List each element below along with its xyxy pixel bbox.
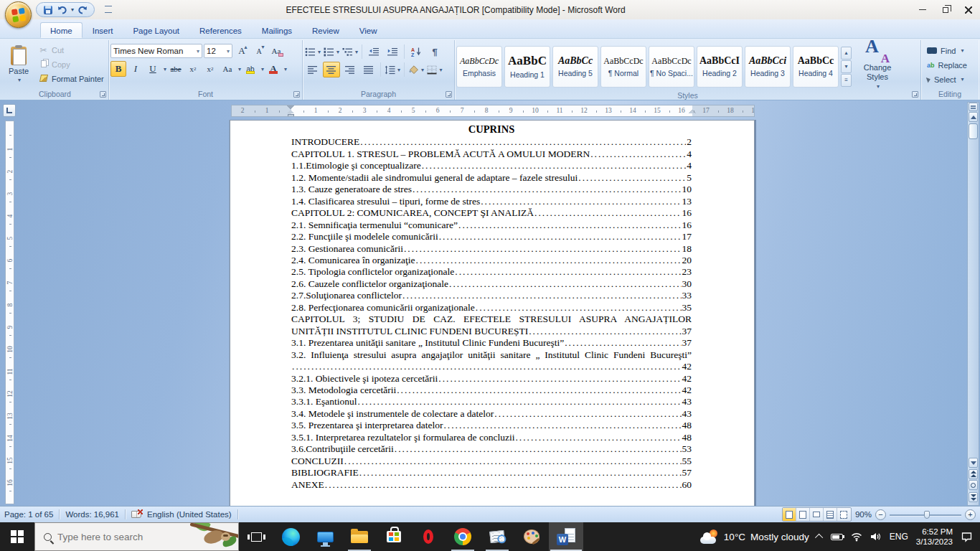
taskbar-app-store[interactable] xyxy=(377,522,411,551)
scroll-up-button[interactable] xyxy=(969,112,978,122)
replace-button[interactable]: abReplace xyxy=(925,59,974,72)
taskbar-app-opera[interactable] xyxy=(411,522,446,551)
style-heading-2[interactable]: AaBbCcIHeading 2 xyxy=(697,46,743,88)
close-button[interactable] xyxy=(957,0,980,19)
sort-button[interactable]: AZ xyxy=(407,44,425,60)
numbering-button[interactable]: ▾ xyxy=(323,44,340,60)
tab-mailings[interactable]: Mailings xyxy=(252,22,302,38)
customize-qat-button[interactable] xyxy=(105,6,112,13)
show-hide-formatting-button[interactable]: ¶ xyxy=(426,44,443,60)
find-button[interactable]: Find▾ xyxy=(925,44,974,57)
decrease-indent-button[interactable] xyxy=(365,44,382,60)
align-right-button[interactable] xyxy=(341,62,359,77)
language-indicator[interactable]: English (United States) xyxy=(147,510,232,519)
styles-scroll-up-button[interactable]: ▴ xyxy=(841,47,852,60)
select-button[interactable]: Select▾ xyxy=(925,73,974,86)
search-input[interactable] xyxy=(52,532,166,542)
align-center-button[interactable] xyxy=(323,62,340,77)
taskbar-search[interactable] xyxy=(34,522,239,551)
right-indent-marker[interactable] xyxy=(689,110,696,113)
style-no-spaci[interactable]: AaBbCcDc¶ No Spaci... xyxy=(649,46,694,88)
web-layout-view-button[interactable] xyxy=(810,508,824,521)
underline-button[interactable]: U xyxy=(145,61,161,77)
borders-button[interactable]: ▾ xyxy=(426,62,443,77)
styles-scroll-down-button[interactable]: ▾ xyxy=(841,60,852,73)
format-painter-button[interactable]: Format Painter xyxy=(36,72,106,85)
shrink-font-button[interactable]: A▼ xyxy=(251,43,267,59)
tab-review[interactable]: Review xyxy=(302,22,349,38)
justify-button[interactable] xyxy=(360,62,377,77)
tab-view[interactable]: View xyxy=(349,22,387,38)
next-page-button[interactable] xyxy=(969,492,978,502)
clear-formatting-button[interactable]: Aa xyxy=(268,43,284,59)
underline-dropdown-icon[interactable]: ▾ xyxy=(164,66,166,72)
line-spacing-button[interactable]: ▾ xyxy=(384,62,401,77)
font-color-button[interactable]: A xyxy=(265,61,281,77)
action-center-button[interactable] xyxy=(961,532,973,542)
styles-gallery-more-button[interactable]: ≡ xyxy=(841,74,852,87)
outline-view-button[interactable] xyxy=(824,508,837,521)
subscript-button[interactable]: x2 xyxy=(185,61,201,77)
highlight-dropdown-icon[interactable]: ▾ xyxy=(261,66,264,72)
font-family-combo[interactable]: Times New Roman▾ xyxy=(110,44,202,58)
draft-view-button[interactable] xyxy=(837,508,851,521)
taskbar-app-news[interactable] xyxy=(480,522,514,551)
copy-button[interactable]: Copy xyxy=(36,57,106,71)
office-button[interactable] xyxy=(5,1,32,28)
change-case-dropdown-icon[interactable]: ▾ xyxy=(238,66,241,72)
zoom-in-button[interactable]: + xyxy=(965,509,976,520)
tab-home[interactable]: Home xyxy=(40,22,83,38)
zoom-slider-thumb[interactable] xyxy=(924,511,930,519)
document-page[interactable]: CUPRINS INTRODUCERE2CAPITOLUL 1. STRESUL… xyxy=(230,120,755,506)
align-left-button[interactable] xyxy=(304,62,321,77)
print-layout-view-button[interactable] xyxy=(783,508,796,521)
zoom-slider[interactable] xyxy=(890,509,961,520)
vertical-ruler[interactable]: 12345678910111213141516 xyxy=(5,121,14,504)
zoom-out-button[interactable]: − xyxy=(875,509,886,520)
font-size-combo[interactable]: 12▾ xyxy=(204,44,232,58)
weather-widget[interactable]: 10°C Mostly cloudy xyxy=(700,529,809,544)
hanging-indent-marker[interactable] xyxy=(287,110,294,113)
volume-icon[interactable] xyxy=(870,532,882,541)
paragraph-dialog-launcher[interactable] xyxy=(446,91,452,98)
tab-stop-selector[interactable] xyxy=(3,104,16,117)
page-indicator[interactable]: Page: 1 of 65 xyxy=(4,510,53,519)
save-button[interactable] xyxy=(42,4,54,16)
show-hidden-icons-button[interactable] xyxy=(815,534,823,542)
first-line-indent-marker[interactable] xyxy=(287,105,294,109)
vertical-scrollbar[interactable] xyxy=(967,102,979,506)
word-count[interactable]: Words: 16,961 xyxy=(65,510,119,519)
search-highlight-image[interactable] xyxy=(192,523,238,550)
horizontal-ruler[interactable]: 2112345678910111213141516171819 xyxy=(231,105,755,117)
cut-button[interactable]: ✂Cut xyxy=(36,43,106,57)
proofing-status-icon[interactable] xyxy=(131,511,141,518)
taskbar-app-word[interactable]: W xyxy=(549,522,583,551)
multilevel-list-button[interactable]: ▾ xyxy=(341,44,359,60)
taskbar-app-chrome[interactable] xyxy=(446,522,480,551)
wifi-icon[interactable] xyxy=(851,532,862,542)
zoom-level[interactable]: 90% xyxy=(855,510,872,519)
style-heading-1[interactable]: AaBbCHeading 1 xyxy=(504,46,550,88)
italic-button[interactable]: I xyxy=(128,61,143,77)
clipboard-dialog-launcher[interactable] xyxy=(100,91,106,98)
superscript-button[interactable]: x2 xyxy=(202,61,218,77)
input-language[interactable]: ENG xyxy=(890,532,908,542)
style-heading-3[interactable]: AaBbCciHeading 3 xyxy=(745,46,791,88)
style-heading-4[interactable]: AaBbCcHeading 4 xyxy=(793,46,839,88)
style-heading-5[interactable]: AaBbCcHeading 5 xyxy=(552,46,598,88)
scrollbar-thumb[interactable] xyxy=(969,123,978,139)
style-normal[interactable]: AaBbCcDc¶ Normal xyxy=(600,46,646,88)
shading-button[interactable]: ▾ xyxy=(407,62,425,77)
start-button[interactable] xyxy=(0,522,34,551)
taskbar-app-edge[interactable] xyxy=(273,522,308,551)
strikethrough-button[interactable]: abe xyxy=(168,61,184,77)
redo-button[interactable] xyxy=(77,4,88,16)
font-color-dropdown-icon[interactable]: ▾ xyxy=(284,66,287,72)
grow-font-button[interactable]: A▲ xyxy=(234,43,250,59)
tab-insert[interactable]: Insert xyxy=(83,22,123,38)
increase-indent-button[interactable] xyxy=(384,44,401,60)
minimize-button[interactable] xyxy=(911,0,934,19)
paste-button[interactable]: Paste ▾ xyxy=(3,42,34,88)
font-dialog-launcher[interactable] xyxy=(293,91,300,98)
ruler-toggle-button[interactable] xyxy=(969,103,978,111)
